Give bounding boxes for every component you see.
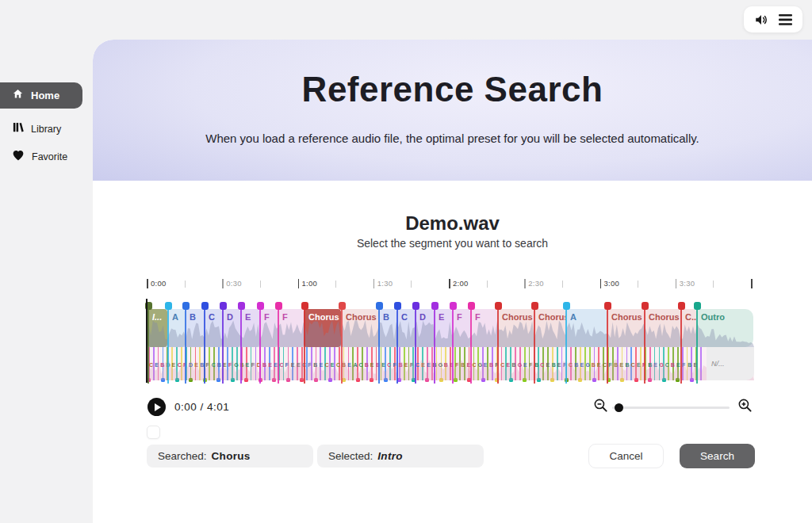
magnifier-minus-icon[interactable]: [593, 398, 608, 413]
zoom-slider[interactable]: [612, 407, 730, 409]
section-handle[interactable]: [182, 302, 190, 310]
section-segment-e[interactable]: E: [434, 309, 452, 347]
section-segment-a[interactable]: A: [167, 309, 185, 347]
chord-letter: C: [665, 362, 669, 368]
section-segment-c[interactable]: C: [204, 309, 222, 347]
section-segment-chorus[interactable]: Chorus: [607, 309, 644, 347]
section-handle[interactable]: [450, 302, 457, 310]
section-handle[interactable]: [468, 302, 475, 310]
section-handle[interactable]: [694, 302, 701, 310]
section-handle[interactable]: [642, 302, 649, 310]
main-panel: Reference Search When you load a referen…: [93, 40, 812, 523]
section-boundary-line: [696, 304, 698, 384]
section-handle[interactable]: [563, 302, 570, 310]
section-segment-b[interactable]: B: [378, 309, 396, 347]
section-label: E: [245, 312, 251, 322]
section-segment-c[interactable]: C: [396, 309, 415, 347]
section-segment-d[interactable]: D: [222, 309, 240, 347]
section-handle[interactable]: [495, 302, 502, 310]
sidebar: Home Library Favorite: [0, 0, 93, 523]
section-label: Chorus: [346, 312, 377, 322]
section-segment-outro[interactable]: Outro: [696, 309, 753, 347]
time-ruler: 0:000:301:001:302:002:303:003:30: [147, 277, 754, 295]
section-handle[interactable]: [220, 302, 227, 310]
section-handle[interactable]: [301, 302, 308, 310]
speaker-icon[interactable]: [754, 13, 768, 27]
section-boundary-line: [240, 304, 242, 384]
chord-handle: [314, 378, 318, 382]
chord-letter: C: [336, 362, 340, 368]
section-boundary-line: [644, 304, 645, 384]
chord-letter: C: [500, 362, 504, 368]
section-row: I...ABCDEFFChorusChorusBCDEFFChorusChoru…: [147, 309, 754, 347]
section-segment-b[interactable]: B: [185, 309, 204, 347]
zoom-slider-thumb[interactable]: [615, 403, 623, 412]
section-handle[interactable]: [431, 302, 439, 310]
section-handle[interactable]: [238, 302, 245, 310]
section-handle[interactable]: [394, 302, 401, 310]
section-segment-chorus[interactable]: Chorus: [534, 309, 565, 347]
section-boundary-line: [278, 304, 279, 384]
chord-handle: [425, 378, 429, 382]
section-segment-f[interactable]: F: [452, 309, 470, 347]
play-button[interactable]: [147, 398, 166, 416]
chord-handle: [189, 378, 193, 382]
ruler-minor-tick: [713, 281, 714, 288]
ruler-tick: [449, 279, 450, 288]
section-segment-chorus[interactable]: Chorus: [497, 309, 534, 347]
chord-letter: E: [676, 362, 680, 368]
chord-letter: B: [399, 362, 403, 368]
cancel-button[interactable]: Cancel: [588, 444, 664, 468]
magnifier-plus-icon[interactable]: [737, 398, 753, 413]
loop-checkbox[interactable]: [147, 426, 160, 439]
section-segment-i[interactable]: I...: [147, 309, 167, 347]
section-segment-f[interactable]: F: [259, 309, 278, 347]
sidebar-item-library[interactable]: Library: [0, 116, 87, 142]
section-handle[interactable]: [257, 302, 264, 310]
section-handle[interactable]: [339, 302, 346, 310]
time-label: 0:00 / 4:01: [174, 401, 229, 413]
section-segment-chorus[interactable]: Chorus: [644, 309, 680, 347]
section-handle[interactable]: [376, 302, 383, 310]
section-handle[interactable]: [165, 302, 172, 310]
ruler-minor-tick: [185, 281, 186, 288]
section-label: Chorus: [649, 312, 680, 322]
chord-letter: C: [473, 362, 477, 368]
section-segment-d[interactable]: D: [415, 309, 434, 347]
section-label: A: [172, 312, 178, 322]
ruler-tick: [524, 279, 526, 288]
sidebar-item-favorite[interactable]: Favorite: [0, 143, 87, 170]
section-label: C: [209, 312, 215, 322]
playhead[interactable]: [146, 299, 147, 383]
section-handle[interactable]: [412, 302, 419, 310]
ruler-tick-label: 2:30: [528, 279, 544, 288]
section-segment-c[interactable]: C...: [680, 309, 696, 347]
sidebar-item-home[interactable]: Home: [0, 82, 82, 109]
section-segment-chorus[interactable]: Chorus: [304, 309, 341, 347]
section-segment-a[interactable]: A: [565, 309, 607, 347]
section-segment-f[interactable]: F: [278, 309, 304, 347]
section-segment-chorus[interactable]: Chorus: [341, 309, 378, 347]
file-name: Demo.wav: [93, 212, 812, 235]
search-button[interactable]: Search: [680, 444, 755, 468]
chord-handle: [648, 378, 652, 382]
section-segment-e[interactable]: E: [240, 309, 259, 347]
section-handle[interactable]: [604, 302, 611, 310]
searched-label: Searched:: [158, 450, 207, 462]
menu-icon[interactable]: [779, 14, 792, 25]
section-boundary-line: [222, 304, 224, 384]
section-label: Chorus: [611, 312, 642, 322]
section-segment-f[interactable]: F: [470, 309, 497, 347]
section-handle[interactable]: [678, 302, 685, 310]
chord-letter: E: [297, 362, 301, 368]
section-handle[interactable]: [275, 302, 282, 310]
chord-stripe: [700, 347, 702, 380]
chord-letter: B: [217, 362, 221, 368]
section-boundary-line: [680, 304, 682, 384]
chord-handle: [509, 378, 513, 382]
chord-letter: E: [194, 362, 198, 368]
section-handle[interactable]: [531, 302, 538, 310]
section-boundary-line: [341, 304, 343, 384]
section-handle[interactable]: [201, 302, 209, 310]
section-label: F: [282, 312, 288, 322]
